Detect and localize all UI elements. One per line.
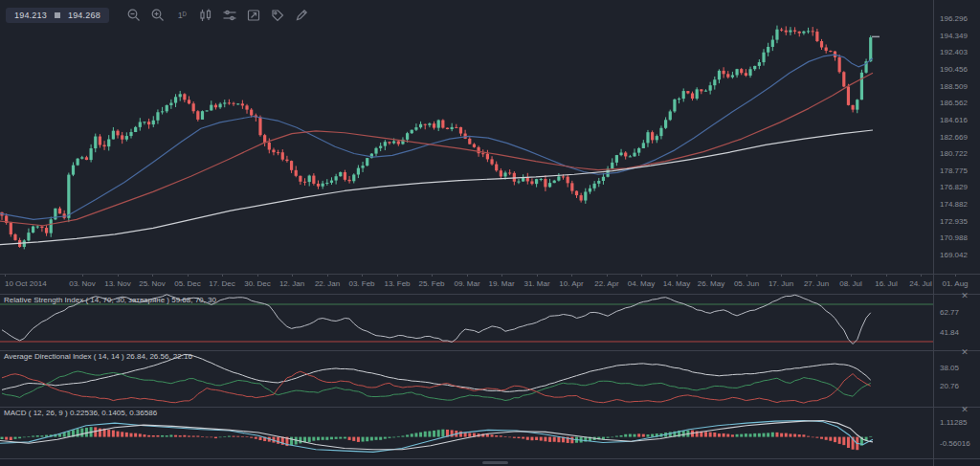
panel-resize-handle[interactable]: [482, 461, 508, 464]
price-axis-label: 180.722: [940, 149, 968, 159]
zoom-out-button[interactable]: [126, 7, 143, 23]
time-axis-label: 19. Mar: [488, 279, 514, 288]
bid-price: 194.213: [14, 11, 47, 20]
adx-close-button[interactable]: ✕: [959, 346, 970, 358]
price-axis-label: 178.775: [940, 166, 968, 176]
time-axis-label: 03. Nov: [69, 279, 96, 288]
spread-square-icon: [55, 12, 60, 18]
rsi-legend: Relative Strength Index ( 14, 70, 30, за…: [4, 296, 216, 304]
time-axis-label: 09. Mar: [454, 279, 479, 288]
price-axis-label: 169.042: [940, 251, 968, 260]
draw-button[interactable]: [294, 7, 310, 23]
rsi-legend-text: Relative Strength Index ( 14, 70, 30, за…: [4, 296, 216, 304]
time-axis-label: 10 Oct 2014: [5, 279, 47, 288]
time-axis-label: 25. Nov: [139, 279, 166, 288]
snapshot-button[interactable]: [246, 7, 262, 23]
time-axis-label: 16. Jul: [875, 279, 898, 288]
magnifier-minus-icon: [126, 8, 142, 23]
candlestick-icon: [198, 8, 213, 23]
time-axis-label: 30. Dec: [244, 279, 271, 288]
price-axis-label: 186.562: [940, 99, 968, 108]
trading-chart-window: 194.213 194.268 1ᴰ 10 Oct 201403. Nov13.…: [0, 0, 980, 466]
price-axis-label: 196.296: [940, 14, 968, 24]
pencil-icon: [294, 8, 309, 23]
macd-legend-text: MACD ( 12, 26, 9 ) 0.22536, 0.1405, 0.36…: [4, 409, 157, 417]
price-axis-label: 190.456: [940, 65, 968, 75]
time-axis-label: 22. Jan: [315, 279, 340, 288]
price-axis-label: 192.403: [940, 48, 968, 57]
ask-price: 194.268: [68, 11, 100, 20]
adx-legend-text: Average Directional Index ( 14, 14 ) 26.…: [4, 352, 192, 361]
time-axis-label: 05. Dec: [174, 279, 201, 288]
time-axis-label: 17. Jun: [768, 279, 793, 288]
tag-icon: [270, 8, 285, 23]
time-axis-label: 27. Jun: [804, 279, 829, 288]
price-axis-label: 182.669: [940, 133, 968, 143]
macd-axis-label: -0.56016: [940, 439, 970, 449]
timeframe-1d-icon: 1ᴰ: [178, 11, 187, 20]
time-axis-label: 17. Dec: [209, 279, 235, 288]
time-axis-label: 08. Jul: [839, 279, 862, 288]
rsi-axis-label: 41.84: [940, 328, 959, 338]
separator-axis-top: [0, 274, 980, 275]
price-axis-label: 174.882: [940, 200, 968, 210]
time-axis-label: 14. May: [663, 279, 690, 288]
time-axis-label: 04. May: [628, 279, 655, 288]
time-axis-label: 31. Mar: [523, 279, 549, 288]
bid-ask-pill[interactable]: 194.213 194.268: [6, 8, 109, 23]
time-axis-label: 12. Jan: [279, 279, 304, 288]
sliders-icon: [222, 8, 237, 23]
timeframe-button[interactable]: 1ᴰ: [174, 7, 190, 23]
price-axis-label: 184.616: [940, 116, 968, 125]
time-axis-label: 13. Feb: [384, 279, 410, 288]
time-axis-label: 03. Feb: [348, 279, 374, 288]
zoom-in-button[interactable]: [150, 7, 167, 23]
macd-legend: MACD ( 12, 26, 9 ) 0.22536, 0.1405, 0.36…: [4, 409, 157, 417]
rsi-axis-label: 62.77: [940, 308, 959, 318]
rsi-close-button[interactable]: ✕: [959, 290, 970, 301]
ma-slow-white-line: [0, 130, 873, 245]
toolbar-icons: 1ᴰ: [126, 7, 310, 23]
adx-legend: Average Directional Index ( 14, 14 ) 26.…: [4, 352, 192, 361]
time-axis-label: 05. Jun: [734, 279, 759, 288]
price-axis-label: 170.988: [940, 233, 968, 243]
price-axis[interactable]: 196.296194.349192.403190.456188.509186.5…: [933, 0, 980, 466]
price-axis-label: 176.829: [940, 183, 968, 192]
price-axis-label: 172.935: [940, 217, 968, 227]
time-axis-label: 24. Jul: [909, 279, 932, 288]
macd-close-button[interactable]: ✕: [959, 404, 970, 415]
price-axis-label: 188.509: [940, 82, 968, 92]
chart-toolbar: 194.213 194.268 1ᴰ: [6, 7, 310, 23]
adx-axis-label: 38.05: [940, 364, 959, 373]
chart-type-button[interactable]: [198, 7, 214, 23]
indicators-button[interactable]: [222, 7, 238, 23]
time-axis-label: 22. Apr: [594, 279, 618, 288]
macd-axis-label: 1.11285: [940, 418, 967, 428]
time-axis-label: 10. Apr: [559, 279, 583, 288]
time-axis[interactable]: 10 Oct 201403. Nov13. Nov25. Nov05. Dec1…: [0, 274, 933, 294]
frame-icon: [246, 8, 261, 23]
price-tag-button[interactable]: [270, 7, 286, 23]
bottom-strip: [0, 459, 980, 466]
magnifier-plus-icon: [150, 8, 166, 23]
main-price-chart[interactable]: [0, 0, 933, 274]
time-axis-label: 25. Feb: [418, 279, 444, 288]
price-axis-label: 194.349: [940, 32, 968, 41]
time-axis-label: 13. Nov: [104, 279, 131, 288]
time-axis-label: 26. May: [698, 279, 724, 288]
adx-axis-label: 20.76: [940, 382, 959, 391]
